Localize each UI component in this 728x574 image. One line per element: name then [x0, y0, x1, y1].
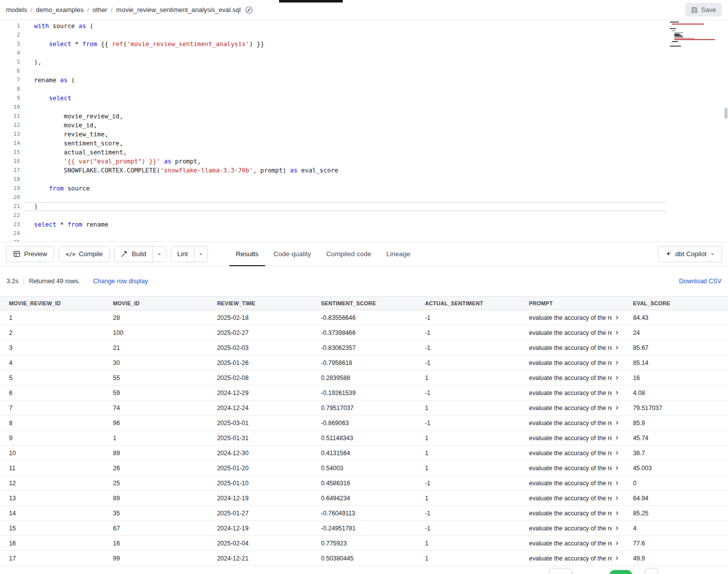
edit-file-icon[interactable] — [245, 6, 253, 14]
expand-cell-icon[interactable] — [614, 405, 620, 411]
table-row: 1282025-02-18-0.83556646-1evaluate the a… — [0, 310, 728, 325]
table-cell: -1 — [416, 386, 520, 401]
tab-results[interactable]: Results — [229, 242, 265, 266]
code-line[interactable]: SNOWFLAKE.CORTEX.COMPLETE('snowflake-lla… — [24, 166, 728, 175]
line-number: 7 — [0, 76, 24, 85]
compile-button[interactable]: </> Compile — [59, 246, 110, 262]
code-line[interactable]: ), — [24, 58, 728, 67]
tab-code-quality[interactable]: Code quality — [267, 242, 318, 266]
expand-cell-icon[interactable] — [614, 510, 620, 516]
tab-lineage[interactable]: Lineage — [380, 242, 417, 266]
table-cell: -1 — [416, 416, 520, 431]
code-line[interactable] — [24, 229, 728, 238]
table-cell: 2025-01-31 — [208, 431, 312, 446]
expand-cell-icon[interactable] — [614, 420, 620, 426]
expand-cell-icon[interactable] — [614, 315, 620, 320]
prompt-cell: evaluate the accuracy of the res... — [520, 401, 624, 416]
code-line[interactable]: select * from {{ ref('movie_review_senti… — [24, 40, 728, 49]
table-cell: 2025-01-27 — [208, 506, 312, 521]
table-cell: 0.79517037 — [312, 401, 416, 416]
code-line[interactable]: movie_review_id, — [24, 112, 728, 121]
code-area[interactable]: with source as ( select * from {{ ref('m… — [24, 20, 728, 242]
lint-dropdown-button[interactable] — [194, 247, 207, 262]
code-line[interactable]: actual_sentiment, — [24, 148, 728, 157]
cutoff-green-pill[interactable] — [609, 570, 632, 574]
code-line[interactable] — [24, 31, 728, 40]
line-number: 20 — [0, 193, 24, 202]
expand-cell-icon[interactable] — [614, 345, 620, 350]
expand-cell-icon[interactable] — [614, 330, 620, 335]
save-button[interactable]: Save — [685, 3, 722, 17]
scrollbar-thumb[interactable] — [724, 108, 727, 119]
code-line[interactable]: select * from rename — [24, 220, 728, 229]
table-cell: 9 — [0, 431, 104, 446]
line-number: 11 — [0, 112, 24, 121]
code-line[interactable] — [24, 67, 728, 76]
code-line[interactable]: rename as ( — [24, 76, 728, 85]
code-line[interactable] — [24, 175, 728, 184]
code-editor: 1234567891011121314151617181920212223242… — [0, 20, 728, 242]
eval-score-cell: 85.67 — [624, 340, 728, 355]
expand-cell-icon[interactable] — [614, 480, 620, 486]
breadcrumb-segment[interactable]: demo_examples — [36, 6, 84, 14]
build-dropdown-button[interactable] — [152, 247, 166, 262]
breadcrumb-segment[interactable]: models — [6, 6, 27, 14]
breadcrumb-separator: / — [31, 6, 33, 14]
dbt-copilot-button[interactable]: dbt Copilot — [658, 246, 722, 262]
line-number: 21 — [0, 202, 24, 211]
table-cell: 0.54003 — [312, 461, 416, 476]
table-cell: 12 — [0, 476, 104, 491]
breadcrumb-segment[interactable]: other — [93, 6, 108, 14]
table-cell: 1 — [104, 431, 208, 446]
table-cell: 35 — [104, 506, 208, 521]
table-cell: 0.4131564 — [312, 446, 416, 461]
prompt-preview-text: evaluate the accuracy of the res... — [529, 555, 612, 562]
table-row: 5552025-02-080.28395881evaluate the accu… — [0, 370, 728, 386]
cutoff-button-right[interactable] — [645, 568, 658, 574]
table-cell: 0.2839588 — [312, 370, 416, 386]
minimap[interactable] — [670, 22, 720, 49]
prompt-preview-text: evaluate the accuracy of the res... — [529, 359, 612, 366]
code-line[interactable] — [24, 238, 728, 242]
expand-cell-icon[interactable] — [614, 495, 620, 501]
expand-cell-icon[interactable] — [614, 450, 620, 456]
code-line[interactable] — [24, 211, 728, 220]
eval-score-cell: 64.94 — [624, 491, 728, 506]
expand-cell-icon[interactable] — [614, 555, 620, 561]
expand-cell-icon[interactable] — [614, 360, 620, 365]
build-button[interactable]: Build — [115, 247, 152, 262]
preview-button[interactable]: Preview — [6, 246, 54, 262]
editor-scrollbar[interactable] — [723, 20, 728, 242]
code-line[interactable]: movie_id, — [24, 121, 728, 130]
lint-button[interactable]: Lint — [171, 247, 194, 262]
code-line[interactable]: select — [24, 94, 728, 103]
table-cell: 2024-12-24 — [208, 401, 312, 416]
cutoff-button-left[interactable] — [549, 568, 572, 574]
expand-cell-icon[interactable] — [614, 375, 620, 380]
expand-cell-icon[interactable] — [614, 540, 620, 546]
change-row-display-link[interactable]: Change row display — [93, 278, 148, 285]
row-count: Returned 49 rows. — [29, 278, 80, 285]
code-line[interactable]: ) — [24, 202, 666, 211]
tab-compiled-code[interactable]: Compiled code — [320, 242, 378, 266]
line-number: 2 — [0, 31, 24, 40]
breadcrumb-segment[interactable]: movie_review_sentiment_analysis_eval.sql — [116, 6, 241, 14]
code-line[interactable]: from source — [24, 184, 728, 193]
expand-cell-icon[interactable] — [614, 525, 620, 531]
code-line[interactable]: review_time, — [24, 130, 728, 139]
code-line[interactable] — [24, 49, 728, 58]
code-line[interactable]: sentiment_score, — [24, 139, 728, 148]
code-line[interactable]: '{{ var("eval_prompt") }}' as prompt, — [24, 157, 728, 166]
code-line[interactable] — [24, 103, 728, 112]
expand-cell-icon[interactable] — [614, 390, 620, 396]
expand-cell-icon[interactable] — [614, 465, 620, 471]
results-statusbar: 3.2s Returned 49 rows. Change row displa… — [0, 266, 728, 296]
code-line[interactable] — [24, 85, 728, 94]
expand-cell-icon[interactable] — [614, 435, 620, 441]
code-line[interactable]: with source as ( — [24, 22, 728, 31]
table-cell: 25 — [104, 476, 208, 491]
minimap-line — [670, 22, 679, 23]
results-header-row: MOVIE_REVIEW_IDMOVIE_IDREVIEW_TIMESENTIM… — [0, 297, 728, 310]
code-line[interactable] — [24, 193, 728, 202]
download-csv-link[interactable]: Download CSV — [679, 278, 721, 285]
